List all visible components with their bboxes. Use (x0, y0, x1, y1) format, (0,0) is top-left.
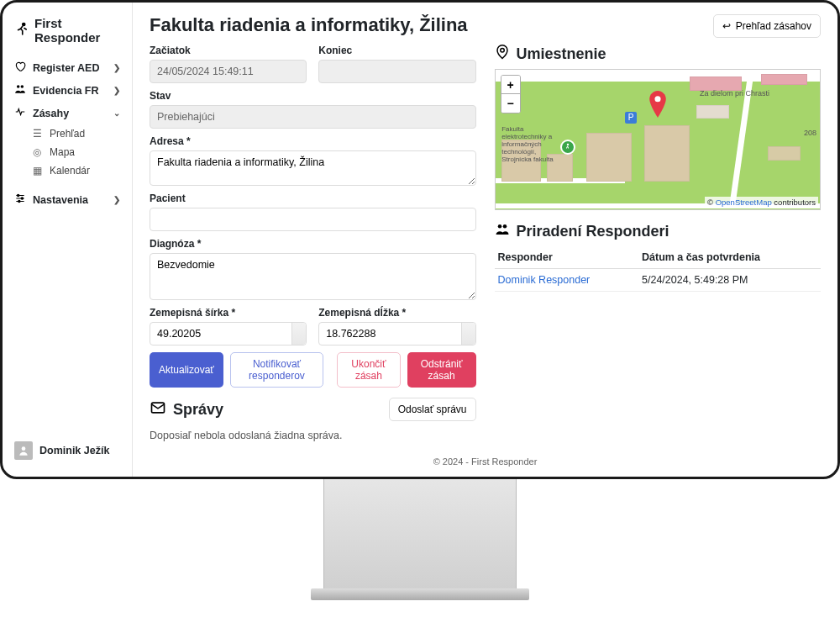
table-row: Dominik Responder 5/24/2024, 5:49:28 PM (495, 269, 822, 292)
input-sirka[interactable] (150, 322, 307, 346)
label-stav: Stav (150, 90, 476, 102)
walker-marker (560, 140, 575, 155)
label-diagnoza: Diagnóza * (150, 238, 476, 250)
map-label: Za dielom pri Chrasti (700, 89, 769, 98)
responder-datetime: 5/24/2024, 5:49:28 PM (638, 269, 821, 292)
svg-point-3 (18, 194, 19, 196)
user-name: Dominik Ježík (39, 445, 109, 456)
input-stav (150, 105, 476, 129)
sidebar-item-nastavenia[interactable]: Nastavenia ❯ (9, 188, 125, 211)
map-zoom: + − (501, 75, 521, 113)
nav-label: Register AED (33, 62, 99, 74)
input-koniec (318, 60, 475, 83)
svg-point-11 (497, 224, 501, 229)
label-zaciatok: Začiatok (150, 45, 307, 56)
delete-button[interactable]: Odstrániť zásah (407, 352, 476, 388)
svg-point-0 (23, 23, 25, 25)
label-pacient: Pacient (150, 193, 476, 204)
list-icon: ☰ (33, 128, 43, 140)
label-koniec: Koniec (318, 45, 475, 56)
page-title: Fakulta riadenia a informatiky, Žilina (150, 14, 468, 36)
heart-icon (14, 61, 26, 75)
sub-label: Prehľad (50, 128, 85, 140)
svg-point-10 (654, 96, 660, 102)
svg-point-12 (502, 224, 507, 229)
location-title: Umiestnenie (517, 45, 606, 63)
calendar-icon: ▦ (33, 165, 43, 177)
return-icon: ↩ (722, 20, 731, 32)
overview-button[interactable]: ↩ Prehľad zásahov (713, 14, 821, 38)
update-button[interactable]: Aktualizovať (150, 352, 223, 388)
sliders-icon (14, 193, 26, 207)
sidebar-item-zasahy[interactable]: Zásahy ⌄ (9, 102, 125, 124)
chevron-down-icon: ⌄ (113, 108, 120, 118)
zoom-out-button[interactable]: − (501, 94, 520, 113)
runner-icon (14, 22, 29, 40)
sidebar-sub-prehlad[interactable]: ☰ Prehľad (9, 124, 125, 143)
footer: © 2024 - First Responder (150, 450, 821, 470)
chevron-right-icon: ❯ (113, 63, 120, 72)
chevron-right-icon: ❯ (113, 86, 120, 95)
responders-table: Responder Dátum a čas potvrdenia Dominik… (495, 246, 822, 292)
map-attribution: © OpenStreetMap contributors (705, 197, 818, 208)
sub-label: Kalendár (50, 165, 90, 177)
textarea-diagnoza[interactable] (150, 253, 476, 300)
label-adresa: Adresa * (150, 135, 476, 147)
end-button[interactable]: Ukončiť zásah (337, 352, 401, 388)
main-content: Fakulta riadenia a informatiky, Žilina ↩… (133, 3, 837, 477)
location-icon (495, 45, 510, 64)
notify-button[interactable]: Notifikovať responderov (230, 352, 323, 388)
chevron-right-icon: ❯ (113, 195, 120, 204)
mail-icon (150, 399, 166, 420)
overview-label: Prehľad zásahov (736, 20, 811, 32)
textarea-adresa[interactable] (150, 150, 476, 186)
messages-empty: Doposiaľ nebola odoslaná žiadna správa. (150, 430, 476, 441)
brand-logo[interactable]: First Responder (9, 13, 125, 56)
nav-label: Evidencia FR (33, 85, 99, 97)
brand-text: First Responder (34, 16, 120, 45)
svg-point-6 (22, 446, 26, 451)
sidebar-item-evidencia-fr[interactable]: Evidencia FR ❯ (9, 79, 125, 102)
svg-point-9 (567, 144, 570, 146)
zoom-in-button[interactable]: + (501, 76, 520, 94)
svg-point-8 (500, 49, 504, 53)
parking-icon: P (625, 112, 637, 124)
input-zaciatok (150, 60, 307, 83)
map-label: Fakulta elektrotechniky a informačných t… (501, 125, 560, 163)
sidebar-sub-kalendar[interactable]: ▦ Kalendár (9, 161, 125, 180)
map-pin (648, 91, 667, 120)
map[interactable]: P Za dielom pri Chrasti Fakulta elektrot… (495, 69, 822, 210)
input-dlzka[interactable] (318, 322, 475, 346)
nav-label: Nastavenia (33, 194, 88, 206)
send-message-button[interactable]: Odoslať správu (389, 398, 476, 421)
label-dlzka: Zemepisná dĺžka * (318, 307, 475, 319)
responder-link[interactable]: Dominik Responder (498, 274, 591, 286)
messages-title: Správy (173, 401, 223, 419)
responders-title: Priradení Responderi (517, 223, 669, 240)
pin-icon: ◎ (33, 146, 43, 158)
svg-point-2 (21, 85, 24, 88)
sidebar: First Responder Register AED ❯ (3, 3, 133, 477)
col-responder: Responder (495, 246, 639, 269)
sidebar-item-register-aed[interactable]: Register AED ❯ (9, 56, 125, 79)
sidebar-sub-mapa[interactable]: ◎ Mapa (9, 143, 125, 161)
svg-point-5 (18, 200, 20, 202)
input-pacient[interactable] (150, 208, 476, 231)
osm-link[interactable]: OpenStreetMap (716, 198, 772, 207)
people-icon (14, 83, 26, 98)
col-datetime: Dátum a čas potvrdenia (638, 246, 821, 269)
people-icon (495, 222, 510, 241)
avatar (14, 441, 33, 460)
pulse-icon (14, 106, 26, 120)
sub-label: Mapa (50, 146, 75, 158)
svg-point-1 (17, 85, 20, 88)
label-sirka: Zemepisná šírka * (150, 307, 307, 319)
user-box[interactable]: Dominik Ježík (9, 435, 125, 467)
map-label: 208 (804, 129, 816, 137)
nav-label: Zásahy (33, 108, 69, 119)
svg-point-4 (21, 198, 23, 199)
